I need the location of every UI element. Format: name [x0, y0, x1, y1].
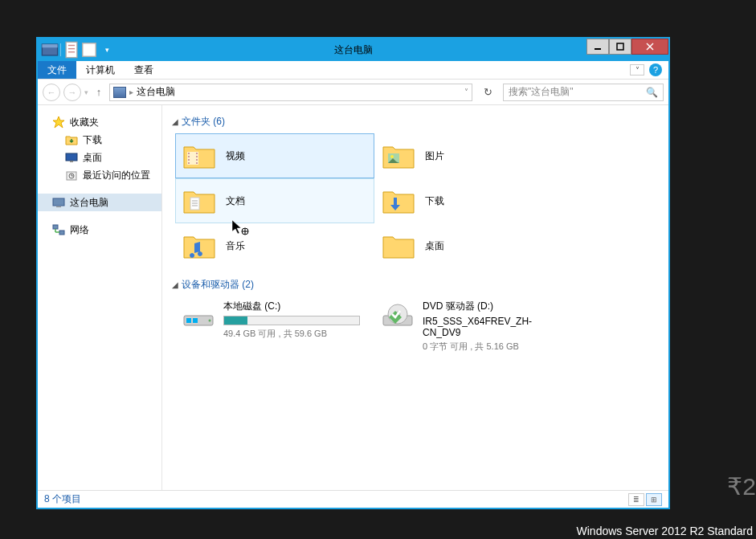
- content-pane[interactable]: ◢ 文件夹 (6) 视频 图片 文档: [162, 105, 668, 490]
- search-input[interactable]: 搜索"这台电脑" 🔍: [503, 84, 664, 101]
- folder-pictures[interactable]: 图片: [374, 133, 574, 178]
- quick-access-toolbar: ▾: [38, 41, 116, 59]
- help-icon[interactable]: ?: [649, 63, 662, 76]
- folder-icon: [65, 133, 78, 146]
- recent-icon: [65, 169, 78, 182]
- svg-rect-32: [196, 162, 198, 164]
- tab-computer[interactable]: 计算机: [76, 61, 125, 79]
- window-title: 这台电脑: [334, 43, 373, 57]
- close-button[interactable]: [631, 39, 668, 55]
- view-details-button[interactable]: ≣: [628, 493, 644, 506]
- dvd-icon: [381, 300, 415, 330]
- folder-music[interactable]: 音乐: [175, 223, 374, 268]
- network-icon: [52, 223, 65, 236]
- sidebar-recent[interactable]: 最近访问的位置: [38, 166, 161, 184]
- section-label: 设备和驱动器 (2): [182, 278, 254, 292]
- drive-sub: 49.4 GB 可用 , 共 59.6 GB: [223, 328, 368, 340]
- svg-rect-21: [59, 231, 64, 235]
- refresh-button[interactable]: ↻: [479, 84, 497, 101]
- svg-rect-31: [196, 159, 198, 161]
- svg-rect-19: [56, 206, 61, 207]
- os-watermark: Windows Server 2012 R2 Standard: [577, 525, 753, 537]
- folder-documents[interactable]: 文档: [175, 178, 374, 223]
- sidebar-label: 下载: [83, 133, 102, 147]
- section-folders[interactable]: ◢ 文件夹 (6): [172, 115, 659, 129]
- computer-icon: [52, 196, 65, 209]
- item-count: 8 个项目: [44, 492, 81, 506]
- navigation-bar: ← → ▾ ↑ ▸ 这台电脑 ˅ ↻ 搜索"这台电脑" 🔍: [38, 80, 668, 105]
- navigation-pane: 收藏夹 下载 桌面 最近访问的位置: [38, 105, 162, 490]
- drive-c[interactable]: 本地磁盘 (C:) 49.4 GB 可用 , 共 59.6 GB: [175, 296, 374, 356]
- desktop-icon: [65, 151, 78, 164]
- pictures-folder-icon: [382, 141, 415, 171]
- drive-d[interactable]: DVD 驱动器 (D:) IR5_SSS_X64FREV_ZH-CN_DV9 0…: [374, 296, 574, 356]
- folder-desktop[interactable]: 桌面: [374, 223, 574, 268]
- folder-downloads[interactable]: 下载: [374, 178, 574, 223]
- sidebar-label: 最近访问的位置: [83, 169, 150, 182]
- sidebar-network[interactable]: 网络: [38, 221, 161, 239]
- svg-point-34: [390, 155, 394, 158]
- window-controls: [586, 39, 668, 55]
- drive-name: 本地磁盘 (C:): [223, 300, 368, 313]
- folder-label: 文档: [226, 194, 245, 208]
- new-folder-icon[interactable]: [80, 41, 98, 59]
- sidebar-label: 网络: [70, 223, 89, 237]
- drive-volume-label: IR5_SSS_X64FREV_ZH-CN_DV9: [423, 316, 567, 338]
- svg-rect-2: [66, 42, 77, 57]
- address-dropdown-icon[interactable]: ˅: [464, 88, 468, 96]
- address-location[interactable]: 这台电脑: [137, 85, 175, 99]
- sidebar-downloads[interactable]: 下载: [38, 131, 161, 149]
- up-button[interactable]: ↑: [92, 85, 106, 100]
- address-bar[interactable]: ▸ 这台电脑 ˅: [109, 84, 472, 101]
- folder-label: 下载: [425, 194, 444, 208]
- minimize-button[interactable]: [586, 39, 609, 55]
- drive-usage-bar: [223, 316, 360, 325]
- tab-view[interactable]: 查看: [125, 61, 163, 79]
- forward-button[interactable]: →: [63, 84, 81, 101]
- svg-point-42: [209, 320, 211, 322]
- drive-sub: 0 字节 可用 , 共 5.16 GB: [423, 341, 567, 353]
- properties-icon[interactable]: [63, 41, 80, 59]
- system-icon[interactable]: [41, 41, 59, 59]
- tab-file[interactable]: 文件: [38, 61, 76, 79]
- maximize-button[interactable]: [609, 39, 631, 55]
- svg-rect-1: [42, 44, 57, 47]
- star-icon: [52, 116, 65, 129]
- sidebar-desktop[interactable]: 桌面: [38, 149, 161, 166]
- explorer-window: ▾ 这台电脑 文件 计算机 查看 ˅ ? ← → ▾ ↑: [36, 37, 670, 509]
- separator: [60, 43, 61, 56]
- search-icon[interactable]: 🔍: [646, 87, 658, 98]
- folder-videos[interactable]: 视频: [175, 133, 374, 178]
- back-button[interactable]: ←: [43, 84, 60, 101]
- svg-rect-29: [196, 153, 198, 154]
- svg-marker-11: [53, 116, 64, 128]
- view-tiles-button[interactable]: ⊞: [646, 493, 662, 506]
- status-bar: 8 个项目 ≣ ⊞: [38, 490, 668, 508]
- computer-icon: [113, 87, 126, 98]
- sidebar-favorites[interactable]: 收藏夹: [38, 113, 161, 131]
- sidebar-label: 这台电脑: [70, 196, 108, 210]
- history-dropdown-icon[interactable]: ▾: [84, 88, 88, 96]
- section-label: 文件夹 (6): [182, 115, 225, 129]
- sidebar-label: 收藏夹: [70, 116, 99, 129]
- documents-folder-icon: [182, 186, 216, 216]
- svg-rect-41: [193, 318, 198, 323]
- section-drives[interactable]: ◢ 设备和驱动器 (2): [172, 278, 659, 292]
- folder-label: 桌面: [425, 239, 444, 253]
- svg-rect-28: [188, 162, 190, 164]
- chevron-right-icon[interactable]: ▸: [129, 88, 133, 96]
- collapse-icon[interactable]: ◢: [172, 280, 178, 289]
- ribbon-tabs: 文件 计算机 查看 ˅ ?: [38, 61, 668, 80]
- search-placeholder: 搜索"这台电脑": [509, 85, 574, 99]
- svg-rect-18: [53, 198, 64, 206]
- videos-folder-icon: [182, 141, 216, 171]
- qat-dropdown-icon[interactable]: ▾: [98, 41, 116, 59]
- folder-label: 音乐: [226, 239, 245, 253]
- titlebar[interactable]: ▾ 这台电脑: [38, 39, 668, 61]
- watermark-partial: ₹2: [727, 472, 756, 500]
- sidebar-label: 桌面: [83, 151, 102, 165]
- svg-rect-26: [188, 156, 190, 157]
- sidebar-this-pc[interactable]: 这台电脑: [38, 194, 161, 211]
- ribbon-expand-icon[interactable]: ˅: [630, 64, 644, 76]
- collapse-icon[interactable]: ◢: [172, 117, 178, 126]
